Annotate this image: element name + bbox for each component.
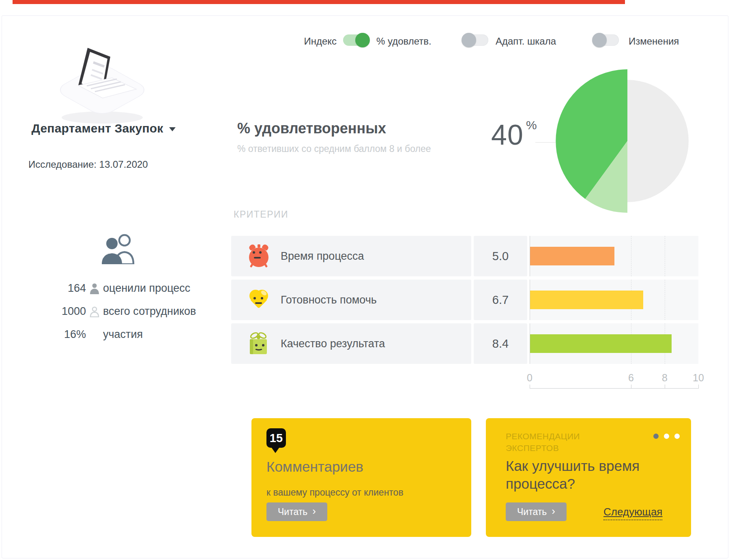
stat-label: участия <box>103 328 143 341</box>
recommendations-card: РЕКОМЕНДАЦИИ ЭКСПЕРТОВ Как улучшить врем… <box>486 418 691 537</box>
stat-value: 1000 <box>24 305 86 318</box>
toggle-knob <box>355 33 370 47</box>
chevron-right-icon: › <box>312 506 316 516</box>
stat-total: 1000 всего сотрудников <box>24 304 211 318</box>
x-axis <box>530 388 699 389</box>
criteria-row-label: Время процесса <box>231 236 471 276</box>
department-name: Департамент Закупок <box>32 122 163 135</box>
satisfaction-title: % удовлетворенных <box>237 120 386 137</box>
pager-dot[interactable] <box>664 434 669 439</box>
x-tick-10: 10 <box>690 372 706 384</box>
comments-card: 15 Комментариев к вашему процессу от кли… <box>251 418 471 537</box>
criteria-name: Качество результата <box>281 323 385 364</box>
pager-dot[interactable] <box>653 434 659 439</box>
criteria-score: 6.7 <box>474 280 527 320</box>
criteria-score: 5.0 <box>474 236 527 276</box>
stat-value: 16% <box>24 328 86 341</box>
satisfaction-unit: % <box>526 118 537 132</box>
toggle-label-adaptive: Адапт. шкала <box>496 36 556 47</box>
laptop-illustration-icon <box>41 37 166 130</box>
comments-title: Комментариев <box>266 459 363 475</box>
adaptive-scale-toggle[interactable] <box>462 34 488 46</box>
toggle-label-changes: Изменения <box>629 36 679 47</box>
chevron-down-icon <box>169 127 176 131</box>
gift-face-icon <box>247 332 269 355</box>
bar-time <box>530 247 614 265</box>
next-recommendation-link[interactable]: Следующая <box>603 506 662 520</box>
criteria-name: Готовность помочь <box>281 280 377 320</box>
person-filled-icon <box>86 282 103 294</box>
criteria-row-label: Качество результата <box>231 323 471 364</box>
person-outline-icon <box>86 305 103 317</box>
x-tick-8: 8 <box>657 372 673 384</box>
criteria-bar-cell <box>530 236 698 276</box>
recommendation-title: Как улучшить время процесса? <box>506 457 672 493</box>
stat-icon-empty <box>86 328 103 340</box>
badge-tail <box>271 447 279 453</box>
comments-count-badge: 15 <box>266 428 286 448</box>
x-tick-0: 0 <box>522 372 538 384</box>
stat-participation: 16% участия <box>24 327 211 342</box>
criteria-bar-cell <box>530 323 698 364</box>
satisfaction-pie-chart <box>554 68 700 214</box>
pager-dot[interactable] <box>674 434 680 439</box>
changes-toggle[interactable] <box>593 34 619 46</box>
stat-label: оценили процесс <box>103 282 190 295</box>
criteria-name: Время процесса <box>281 236 364 276</box>
heart-face-icon <box>247 289 270 310</box>
criteria-row-label: Готовность помочь <box>231 280 471 320</box>
stat-rated: 164 оценили процесс <box>24 281 211 295</box>
toggle-knob <box>592 33 607 47</box>
criteria-section-label: КРИТЕРИИ <box>234 209 288 220</box>
top-accent-bar <box>13 0 625 4</box>
satisfaction-subtitle: % ответивших со средним баллом 8 и более <box>237 143 431 154</box>
pager-dots <box>653 434 680 439</box>
criteria-score: 8.4 <box>474 323 527 364</box>
research-date: Исследование: 13.07.2020 <box>28 159 148 170</box>
comments-subtitle: к вашему процессу от клиентов <box>266 487 404 498</box>
people-group-icon <box>100 233 138 264</box>
criteria-bar-cell <box>530 280 698 320</box>
index-satisfied-toggle[interactable] <box>343 34 369 46</box>
stat-label: всего сотрудников <box>103 305 196 318</box>
alarm-clock-icon <box>247 245 270 267</box>
toggle-label-index: Индекс <box>284 36 337 47</box>
recommendations-eyebrow: РЕКОМЕНДАЦИИ ЭКСПЕРТОВ <box>506 430 611 454</box>
bar-quality <box>530 334 672 353</box>
x-tick-6: 6 <box>623 372 639 384</box>
stat-value: 164 <box>24 282 86 295</box>
department-selector[interactable]: Департамент Закупок <box>22 122 185 135</box>
toggle-label-satisfied: % удовлетв. <box>376 36 432 47</box>
read-comments-button[interactable]: Читать› <box>266 502 327 521</box>
callout-line <box>535 142 556 143</box>
dashboard-page: Департамент Закупок Исследование: 13.07.… <box>0 0 730 560</box>
chevron-right-icon: › <box>552 506 555 516</box>
read-recommendation-button[interactable]: Читать› <box>506 502 567 521</box>
toggle-knob <box>462 33 476 47</box>
satisfaction-value: 40% <box>491 118 537 151</box>
bar-helpfulness <box>530 291 643 309</box>
